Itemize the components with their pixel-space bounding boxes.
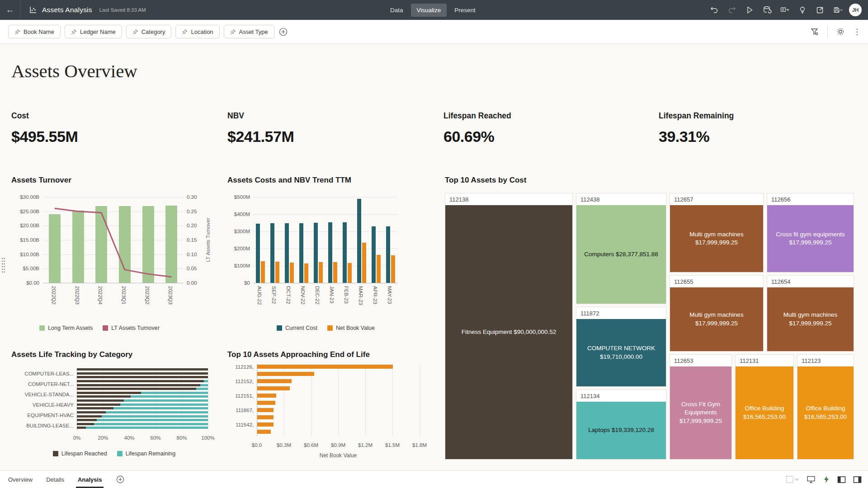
legend-item[interactable]: Net Book Value <box>327 325 375 331</box>
bar-net-book-value[interactable] <box>261 261 265 283</box>
treemap-tile[interactable]: 112134Laptops $19,339,120.28 <box>576 389 666 460</box>
panel-left-toggle-icon[interactable] <box>837 476 846 483</box>
bar-lifespan-remaining[interactable] <box>131 395 208 398</box>
filter-pill-location[interactable]: Location <box>175 25 219 38</box>
legend-item[interactable]: Long Term Assets <box>39 325 93 331</box>
legend-item[interactable]: Lifespan Remaining <box>117 450 176 457</box>
bar-lifespan-reached[interactable] <box>77 392 141 394</box>
bar-lifespan-reached[interactable] <box>77 407 113 409</box>
bar-net-book-value[interactable] <box>319 262 323 283</box>
bar-current-cost[interactable] <box>285 223 289 283</box>
panel-right-toggle-icon[interactable] <box>853 476 862 483</box>
save-icon[interactable] <box>833 5 843 15</box>
insights-bulb-icon[interactable] <box>797 5 807 15</box>
tab-data[interactable]: Data <box>384 4 409 17</box>
bar-net-book-value[interactable] <box>257 365 393 369</box>
legend-item[interactable]: Current Cost <box>277 325 317 331</box>
bar-lifespan-reached[interactable] <box>77 384 200 386</box>
bar-net-book-value[interactable] <box>257 430 271 434</box>
bar-lifespan-remaining[interactable] <box>200 384 208 386</box>
treemap-tile[interactable]: 112654Multi gym machines $17,999,999.25 <box>767 275 854 352</box>
bar-net-book-value[interactable] <box>257 372 314 376</box>
canvas-tab-analysis[interactable]: Analysis <box>78 471 102 488</box>
canvas-layout-icon[interactable] <box>786 475 799 483</box>
bar-current-cost[interactable] <box>299 223 303 283</box>
bar-lifespan-reached[interactable] <box>77 368 208 371</box>
bar-lifespan-remaining[interactable] <box>120 404 208 406</box>
bar-lifespan-reached[interactable] <box>77 404 120 406</box>
bar-lifespan-remaining[interactable] <box>124 399 208 402</box>
bar-net-book-value[interactable] <box>391 255 395 283</box>
bar-net-book-value[interactable] <box>257 401 275 405</box>
tab-visualize[interactable]: Visualize <box>411 4 447 17</box>
bar-lifespan-remaining[interactable] <box>94 423 208 425</box>
bar-lifespan-remaining[interactable] <box>196 388 208 390</box>
bar-net-book-value[interactable] <box>290 263 294 283</box>
bar-net-book-value[interactable] <box>304 263 308 283</box>
bar-current-cost[interactable] <box>314 223 318 283</box>
bar-net-book-value[interactable] <box>377 255 381 283</box>
bar-lifespan-reached[interactable] <box>77 427 86 429</box>
treemap-tile[interactable]: 111872COMPUTER NETWORK $19,710,000.00 <box>576 307 666 387</box>
bar-net-book-value[interactable] <box>333 262 337 283</box>
run-icon[interactable] <box>745 5 755 15</box>
bar-lifespan-remaining[interactable] <box>113 407 208 409</box>
bar-lifespan-remaining[interactable] <box>102 415 208 418</box>
canvas-tab-details[interactable]: Details <box>46 471 64 488</box>
bar-net-book-value[interactable] <box>257 386 290 390</box>
bar-current-cost[interactable] <box>357 199 361 283</box>
bar-lifespan-reached[interactable] <box>77 395 131 398</box>
settings-gear-icon[interactable] <box>836 27 845 36</box>
treemap-tile[interactable]: 112131Office Building $16,565,253.00 <box>735 354 794 460</box>
bar-net-book-value[interactable] <box>257 408 274 412</box>
back-icon[interactable]: ← <box>0 0 20 20</box>
comments-icon[interactable] <box>780 5 790 15</box>
treemap-tile[interactable]: 112656Cross fit gym equipments $17,999,9… <box>767 193 854 272</box>
display-icon[interactable] <box>807 475 816 483</box>
auto-insights-lightning-icon[interactable] <box>823 475 830 483</box>
legend-item[interactable]: Lifespan Reached <box>53 450 107 457</box>
open-in-new-icon[interactable] <box>815 5 825 15</box>
bar-net-book-value[interactable] <box>348 263 352 283</box>
tab-present[interactable]: Present <box>448 4 481 17</box>
legend-item[interactable]: LT Assets Turnover <box>103 325 160 331</box>
refresh-data-icon[interactable] <box>762 5 772 15</box>
treemap-tile[interactable]: 112123Office Building $16,565,253.00 <box>797 354 854 460</box>
bar-lifespan-reached[interactable] <box>77 415 102 418</box>
bar-current-cost[interactable] <box>256 224 260 283</box>
bar-net-book-value[interactable] <box>275 262 279 283</box>
kebab-menu-icon[interactable]: ⋮ <box>853 28 861 36</box>
bar-current-cost[interactable] <box>343 222 347 283</box>
bar-current-cost[interactable] <box>372 226 376 283</box>
user-avatar[interactable]: JH <box>849 4 862 16</box>
bar-lifespan-remaining[interactable] <box>204 380 208 382</box>
bar-net-book-value[interactable] <box>257 422 274 427</box>
panel-resize-grip[interactable] <box>1 257 5 272</box>
treemap-tile[interactable]: 112655Multi gym machines $17,999,999.25 <box>670 275 764 352</box>
redo-icon[interactable] <box>727 5 737 15</box>
bar-lifespan-reached[interactable] <box>77 411 106 413</box>
bar-lifespan-reached[interactable] <box>77 399 124 402</box>
bar-lifespan-reached[interactable] <box>77 376 208 378</box>
treemap-tile[interactable]: 112657Multi gym machines $17,999,999.25 <box>670 193 764 272</box>
filter-pill-asset-type[interactable]: Asset Type <box>224 25 274 38</box>
bar-lifespan-remaining[interactable] <box>106 411 208 413</box>
bar-net-book-value[interactable] <box>362 243 366 283</box>
add-filter-icon[interactable] <box>279 28 288 36</box>
bar-lifespan-reached[interactable] <box>77 372 208 375</box>
bar-lifespan-reached[interactable] <box>77 380 204 382</box>
bar-lifespan-remaining[interactable] <box>86 427 208 429</box>
bar-net-book-value[interactable] <box>257 415 274 419</box>
filter-pill-ledger-name[interactable]: Ledger Name <box>65 25 122 38</box>
bar-net-book-value[interactable] <box>257 379 292 383</box>
bar-lifespan-reached[interactable] <box>77 419 97 421</box>
treemap-tile[interactable]: 112438Computers $28,377,851.88 <box>576 193 666 304</box>
filter-pill-book-name[interactable]: Book Name <box>8 25 61 38</box>
filter-pill-category[interactable]: Category <box>126 25 172 38</box>
bar-current-cost[interactable] <box>328 222 332 283</box>
canvas-tab-overview[interactable]: Overview <box>8 471 33 488</box>
bar-lifespan-remaining[interactable] <box>141 392 208 394</box>
treemap-tile[interactable]: 112653Cross Fit Gym Equipments $17,999,9… <box>670 354 732 460</box>
bar-lifespan-reached[interactable] <box>77 388 196 390</box>
undo-icon[interactable] <box>709 5 719 15</box>
